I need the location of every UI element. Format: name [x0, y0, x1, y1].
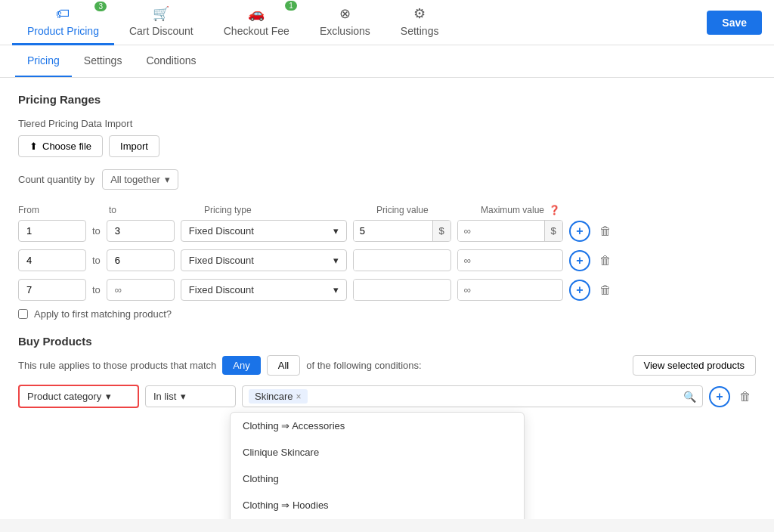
settings-icon: ⚙	[413, 5, 426, 22]
pricing-value-input-1[interactable]	[354, 221, 432, 241]
tab-product-pricing[interactable]: 🏷 Product Pricing 3	[12, 0, 114, 45]
tab-settings[interactable]: ⚙ Settings	[385, 0, 454, 45]
tiered-import-label: Tiered Pricing Data Import	[18, 118, 756, 129]
apply-checkbox[interactable]	[18, 309, 28, 319]
filter-row: Product category ▾ In list ▾ Skincare × …	[18, 385, 756, 408]
skincare-input-wrapper[interactable]: Skincare × 🔍	[242, 385, 703, 407]
pricing-type-select-1[interactable]: Fixed Discount ▾	[181, 220, 347, 242]
import-buttons: ⬆ Choose file Import	[18, 135, 756, 157]
skincare-tag: Skincare ×	[249, 389, 308, 404]
add-filter-button[interactable]: +	[709, 386, 730, 407]
gift-icon: 🏷	[56, 6, 70, 22]
pricing-value-input-3[interactable]	[354, 280, 432, 300]
from-input-1[interactable]	[18, 220, 86, 242]
to-input-2[interactable]	[107, 249, 175, 271]
pricing-value-wrapper-2: $	[353, 249, 451, 271]
remove-tag-button[interactable]: ×	[296, 391, 302, 402]
to-input-3[interactable]	[107, 279, 175, 301]
exclusion-icon: ⊗	[339, 5, 351, 22]
tab-settings-label: Settings	[401, 25, 439, 37]
chevron-down-icon-cat: ▾	[106, 391, 111, 402]
add-row-button-2[interactable]: +	[569, 250, 590, 271]
to-header: to	[109, 205, 177, 215]
pricing-value-wrapper-1: $	[353, 220, 451, 242]
tiered-import-section: Tiered Pricing Data Import ⬆ Choose file…	[18, 118, 756, 157]
max-value-wrapper-2: $	[457, 249, 563, 271]
all-button[interactable]: All	[267, 355, 300, 376]
main-content: Pricing Ranges Tiered Pricing Data Impor…	[0, 78, 774, 519]
to-input-1[interactable]	[107, 220, 175, 242]
sub-tab-pricing[interactable]: Pricing	[15, 45, 72, 77]
chevron-down-icon-list: ▾	[181, 391, 186, 402]
dropdown-item-clothing-hoodies[interactable]: Clothing ⇒ Hoodies	[231, 492, 524, 518]
search-icon: 🔍	[683, 391, 696, 403]
max-value-input-2[interactable]	[458, 250, 544, 271]
range-column-headers: From to Pricing type Pricing value Maxim…	[18, 205, 756, 215]
chevron-down-icon-1: ▾	[333, 225, 339, 237]
tab-checkout-fee[interactable]: 🚗 Checkout Fee 1	[209, 0, 305, 45]
dropdown-item-clothing-accessories[interactable]: Clothing ⇒ Accessories	[231, 413, 524, 439]
any-button[interactable]: Any	[222, 356, 260, 375]
delete-filter-button[interactable]: 🗑	[735, 386, 756, 407]
add-row-button-3[interactable]: +	[569, 280, 590, 301]
dropdown-item-clinique[interactable]: Clinique Skincare	[231, 439, 524, 466]
from-input-2[interactable]	[18, 249, 86, 271]
choose-file-button[interactable]: ⬆ Choose file	[18, 135, 103, 157]
import-button[interactable]: Import	[109, 135, 159, 157]
to-label-2: to	[92, 255, 101, 266]
save-button[interactable]: Save	[707, 11, 762, 35]
tab-cart-discount-label: Cart Discount	[129, 25, 194, 37]
cart-icon: 🛒	[153, 5, 169, 22]
product-category-select[interactable]: Product category ▾	[18, 385, 139, 408]
pricing-type-select-2[interactable]: Fixed Discount ▾	[181, 249, 347, 271]
nav-tabs: 🏷 Product Pricing 3 🛒 Cart Discount 🚗 Ch…	[12, 0, 707, 45]
max-value-unit-1: $	[544, 221, 562, 241]
sub-tab-settings[interactable]: Settings	[72, 45, 135, 77]
category-dropdown: Clothing ⇒ Accessories Clinique Skincare…	[230, 412, 525, 519]
view-selected-button[interactable]: View selected products	[633, 355, 756, 376]
pricing-type-wrapper-3: Fixed Discount ▾	[181, 279, 347, 301]
from-input-3[interactable]	[18, 279, 86, 301]
add-row-button-1[interactable]: +	[569, 221, 590, 242]
tab-exclusions[interactable]: ⊗ Exclusions	[305, 0, 385, 45]
range-row-3: to Fixed Discount ▾ $ $ + 🗑	[18, 279, 756, 301]
from-header: From	[18, 205, 86, 215]
delete-row-button-2[interactable]: 🗑	[595, 250, 616, 271]
checkout-fee-badge: 1	[285, 1, 297, 11]
pricing-value-wrapper-3: $	[353, 279, 451, 301]
range-row-1: to Fixed Discount ▾ $ $ + 🗑	[18, 220, 756, 242]
pricing-value-input-2[interactable]	[354, 250, 432, 271]
top-nav: 🏷 Product Pricing 3 🛒 Cart Discount 🚗 Ch…	[0, 0, 774, 45]
chevron-down-icon: ▾	[165, 174, 170, 185]
count-quantity-select[interactable]: All together ▾	[102, 169, 178, 190]
filter-action-icons: + 🗑	[709, 386, 756, 407]
pricing-type-wrapper-2: Fixed Discount ▾	[181, 249, 347, 271]
max-value-input-3[interactable]	[458, 280, 544, 300]
in-list-select[interactable]: In list ▾	[145, 385, 236, 407]
dropdown-item-clothing[interactable]: Clothing	[231, 466, 524, 492]
action-icons-2: + 🗑	[569, 250, 616, 271]
pricing-ranges-title: Pricing Ranges	[18, 93, 756, 106]
to-label-3: to	[92, 284, 101, 295]
rule-applies-row: This rule applies to those products that…	[18, 355, 756, 376]
chevron-down-icon-2: ▾	[333, 255, 339, 266]
upload-icon: ⬆	[29, 141, 38, 152]
action-icons-1: + 🗑	[569, 221, 616, 242]
buy-products-title: Buy Products	[18, 335, 756, 348]
delete-row-button-3[interactable]: 🗑	[595, 280, 616, 301]
count-quantity-label: Count quantity by	[18, 174, 94, 185]
sub-tabs: Pricing Settings Conditions	[0, 45, 774, 78]
count-quantity-row: Count quantity by All together ▾	[18, 169, 756, 190]
rule-applies-text: This rule applies to those products that…	[18, 360, 216, 371]
to-label-1: to	[92, 225, 101, 237]
apply-checkbox-row: Apply to first matching product?	[18, 308, 756, 320]
dropdown-item-music[interactable]: Music	[231, 518, 524, 519]
max-value-input-1[interactable]	[458, 221, 544, 241]
action-icons-3: + 🗑	[569, 280, 616, 301]
tab-cart-discount[interactable]: 🛒 Cart Discount	[114, 0, 209, 45]
of-label: of the following conditions:	[306, 360, 421, 371]
pricing-type-select-3[interactable]: Fixed Discount ▾	[181, 279, 347, 301]
delete-row-button-1[interactable]: 🗑	[595, 221, 616, 242]
sub-tab-conditions[interactable]: Conditions	[134, 45, 208, 77]
max-value-wrapper-1: $	[457, 220, 563, 242]
